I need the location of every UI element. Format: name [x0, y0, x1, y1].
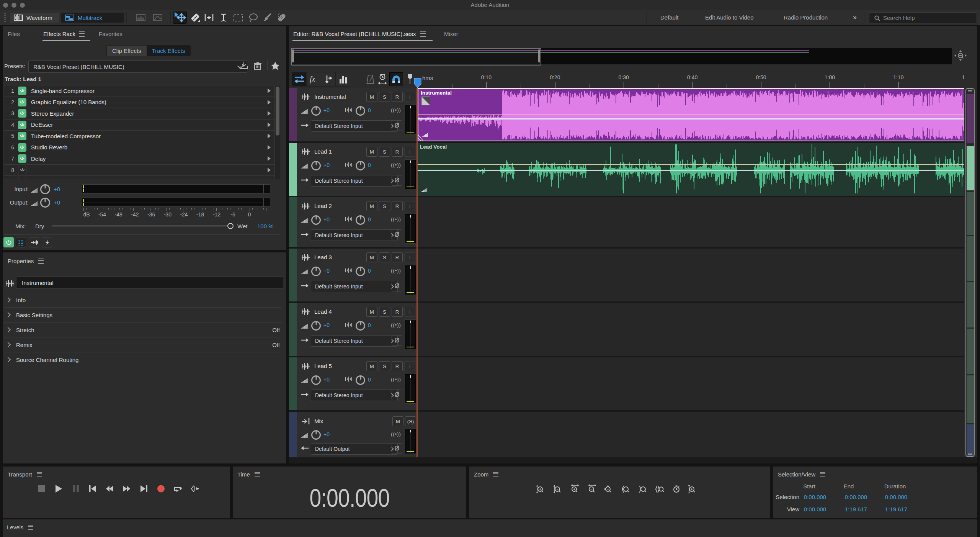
mute-button[interactable]: M [366, 92, 377, 102]
skip-back-button[interactable] [87, 483, 98, 494]
volume-knob[interactable] [311, 161, 321, 170]
selection-view-value[interactable]: 0:00.000 [839, 494, 873, 500]
tab-effects-rack[interactable]: Effects Rack [43, 31, 85, 37]
properties-section-remix[interactable]: Remix Off [3, 337, 286, 352]
clip-effects-button[interactable]: Clip Effects [107, 46, 147, 56]
toolbar-grip[interactable] [3, 13, 6, 23]
vertical-navigator-thumb[interactable] [965, 88, 975, 457]
effect-power-button[interactable] [18, 109, 26, 118]
timeline-navigator[interactable] [291, 48, 952, 64]
metering-button[interactable] [335, 72, 350, 87]
solo-button[interactable]: S [379, 307, 390, 317]
move-tool[interactable] [173, 11, 187, 24]
effect-slot-row[interactable]: 5 Tube-modeled Compressor [4, 131, 281, 142]
pan-knob[interactable] [356, 106, 365, 116]
record-button[interactable] [155, 483, 166, 494]
effects-list-scrollbar[interactable] [274, 85, 281, 179]
rack-auto-button[interactable] [42, 237, 52, 247]
properties-section-source-channel-routing[interactable]: Source Channel Routing [3, 352, 286, 367]
navigator-view-window[interactable] [291, 48, 541, 65]
monitor-input-icon[interactable]: ((•)) [391, 431, 401, 437]
volume-knob[interactable] [311, 267, 321, 276]
pan-knob[interactable] [356, 215, 365, 225]
input-gain-knob[interactable] [40, 184, 50, 194]
track-name[interactable]: Lead 1 [314, 148, 332, 155]
solo-button[interactable]: S [379, 147, 390, 157]
zoom-out-point-button[interactable] [639, 484, 650, 494]
zoom-selection-button[interactable] [655, 484, 667, 494]
spot-healing-brush-tool[interactable] [275, 11, 289, 24]
pan-knob[interactable] [356, 321, 365, 331]
preset-combobox[interactable]: R&B Vocal Preset (BCHILL MUSIC) [28, 61, 247, 73]
solo-button[interactable]: S [379, 252, 390, 262]
rack-fader-button[interactable] [29, 237, 39, 247]
input-monitor-button[interactable]: I [404, 307, 415, 317]
solo-button[interactable]: S [379, 201, 390, 211]
mute-button[interactable]: M [366, 307, 377, 317]
pan-value[interactable]: 0 [368, 377, 371, 383]
fast-forward-button[interactable] [121, 483, 132, 494]
spectral-pitch-icon[interactable] [153, 14, 162, 21]
effect-expand-arrow-icon[interactable] [268, 179, 271, 179]
timeline-row-lead-3[interactable] [418, 249, 964, 301]
zoom-menu-icon[interactable] [493, 472, 498, 477]
effect-expand-arrow-icon[interactable] [268, 111, 271, 116]
track-header-instrumental[interactable]: InstrumentalMSRI+00((•)) Default Stereo … [289, 88, 418, 141]
selection-view-value[interactable]: 0:00.000 [798, 506, 832, 512]
phase-toggle-button[interactable]: Ø [392, 120, 402, 131]
volume-knob[interactable] [311, 375, 321, 385]
timeline-row-mix[interactable] [418, 412, 964, 457]
effect-power-button[interactable] [18, 121, 26, 129]
vertical-track-navigator[interactable] [965, 88, 977, 457]
zoom-in-vertical-button[interactable] [536, 484, 547, 494]
selection-view-value[interactable]: 1:19.617 [879, 506, 913, 512]
phase-toggle-button[interactable]: Ø [392, 390, 402, 400]
volume-knob[interactable] [311, 321, 321, 331]
track-io-combobox[interactable]: Default Stereo Input [311, 281, 398, 292]
effect-expand-arrow-icon[interactable] [268, 100, 271, 105]
input-monitor-button[interactable]: I [404, 361, 415, 371]
time-menu-icon[interactable] [255, 472, 260, 477]
clip-fade-handle[interactable] [421, 97, 430, 105]
effect-power-button[interactable] [18, 143, 26, 152]
effect-power-button[interactable] [18, 132, 26, 140]
volume-knob[interactable] [311, 106, 321, 116]
pan-value[interactable]: 0 [368, 268, 371, 274]
pan-knob[interactable] [356, 161, 365, 170]
timeline-row-lead-5[interactable] [418, 357, 964, 410]
mix-value[interactable]: 100 % [257, 223, 274, 229]
properties-menu-icon[interactable] [38, 259, 44, 264]
track-io-combobox[interactable]: Default Stereo Input [311, 335, 398, 347]
input-monitor-button[interactable]: I [404, 92, 415, 102]
track-name[interactable]: Lead 3 [314, 254, 332, 260]
track-name[interactable]: Instrumental [314, 93, 346, 100]
track-io-combobox[interactable]: Default Stereo Input [311, 390, 398, 401]
volume-knob[interactable] [311, 215, 321, 225]
track-effects-button[interactable]: Track Effects [147, 46, 191, 56]
delete-preset-icon[interactable] [253, 61, 263, 70]
track-header-lead-2[interactable]: Lead 2MSRI+00((•)) Default Stereo InputØ [289, 197, 418, 247]
rack-list-button[interactable] [16, 237, 26, 247]
workspace-radio-production[interactable]: Radio Production [784, 14, 828, 21]
marquee-selection-tool[interactable] [231, 11, 245, 24]
solo-button[interactable]: S [379, 92, 390, 102]
time-selection-tool[interactable] [217, 11, 230, 24]
panel-menu-icon[interactable] [420, 31, 426, 37]
effect-slot-row[interactable]: 2 Graphic Equalizer (10 Bands) [4, 97, 281, 108]
playhead-line[interactable] [416, 88, 418, 457]
clip-instrumental[interactable]: Instrumental [418, 88, 964, 141]
monitor-input-icon[interactable]: ((•)) [391, 162, 401, 168]
track-header-lead-1[interactable]: Lead 1MSRI+00((•)) Default Stereo InputØ [289, 143, 418, 196]
volume-value[interactable]: +0 [323, 216, 330, 223]
workspace-default[interactable]: Default [660, 14, 679, 21]
skip-forward-button[interactable] [139, 483, 149, 494]
volume-knob[interactable] [311, 430, 321, 440]
monitor-input-icon[interactable]: ((•)) [391, 268, 401, 273]
pan-value[interactable]: 0 [368, 162, 371, 168]
clip-effects-button[interactable]: fx [306, 72, 321, 87]
favorite-star-icon[interactable] [270, 61, 280, 70]
levels-menu-icon[interactable] [28, 525, 33, 530]
track-io-combobox[interactable]: Default Stereo Input [311, 229, 398, 241]
waveform-view-button[interactable]: Waveform [10, 13, 59, 23]
arm-record-button[interactable]: R [392, 252, 403, 262]
